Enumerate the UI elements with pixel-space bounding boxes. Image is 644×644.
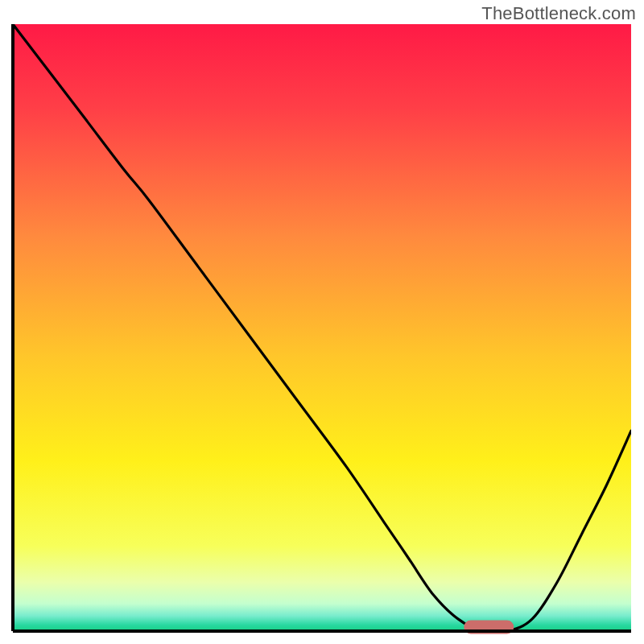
plot-frame xyxy=(13,24,631,631)
watermark-text: TheBottleneck.com xyxy=(481,3,636,24)
y-axis xyxy=(11,24,14,631)
x-axis xyxy=(13,630,631,633)
bottleneck-curve xyxy=(13,24,631,631)
chart-container: TheBottleneck.com xyxy=(0,0,644,644)
